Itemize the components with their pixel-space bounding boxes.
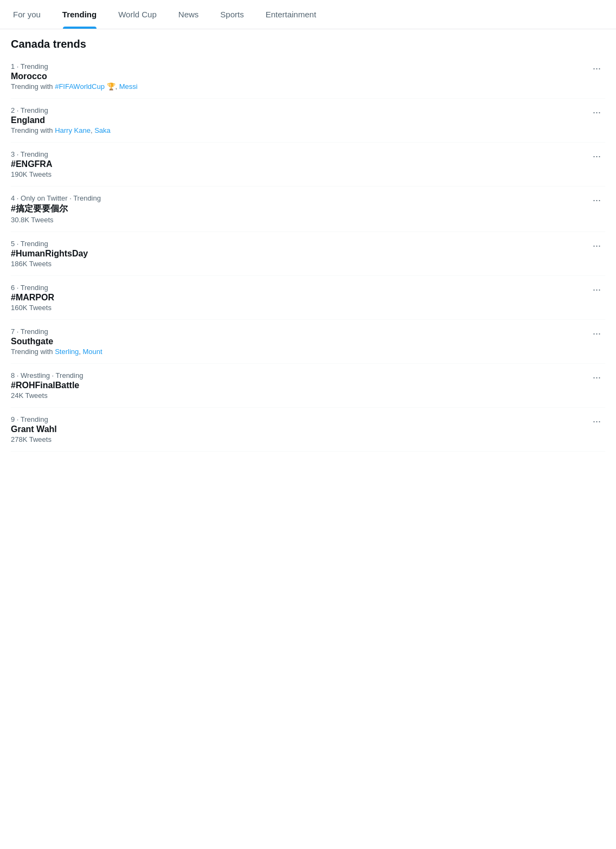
trend-meta: 5 · Trending (11, 240, 588, 248)
trend-link[interactable]: Harry Kane (55, 126, 91, 134)
trend-content-2: 2 · TrendingEnglandTrending with Harry K… (11, 106, 588, 134)
tab-sports[interactable]: Sports (209, 0, 254, 29)
more-options-button[interactable]: ··· (588, 105, 605, 119)
more-options-button[interactable]: ··· (588, 414, 605, 428)
trend-item[interactable]: 6 · Trending#MARPOR160K Tweets··· (11, 276, 605, 320)
main-content: Canada trends 1 · TrendingMoroccoTrendin… (0, 29, 616, 460)
tab-trending[interactable]: Trending (52, 0, 107, 29)
trend-title: #HumanRightsDay (11, 249, 588, 259)
trend-subtitle: Trending with #FIFAWorldCup 🏆, Messi (11, 82, 588, 91)
trend-title: Southgate (11, 337, 588, 346)
trend-title: #ENGFRA (11, 159, 588, 169)
more-options-button[interactable]: ··· (588, 149, 605, 163)
trend-content-6: 6 · Trending#MARPOR160K Tweets (11, 284, 588, 312)
more-options-button[interactable]: ··· (588, 193, 605, 207)
page-title: Canada trends (11, 38, 605, 50)
trend-title: England (11, 115, 588, 125)
trend-title: #搞定要要個尔 (11, 203, 588, 215)
trend-link[interactable]: #FIFAWorldCup (55, 82, 105, 91)
trend-item[interactable]: 3 · Trending#ENGFRA190K Tweets··· (11, 143, 605, 186)
trend-tweet-count: 160K Tweets (11, 304, 588, 312)
trend-title: Grant Wahl (11, 424, 588, 434)
trend-tweet-count: 24K Tweets (11, 391, 588, 400)
trend-tweet-count: 186K Tweets (11, 260, 588, 268)
trends-list: 1 · TrendingMoroccoTrending with #FIFAWo… (11, 55, 605, 452)
more-options-button[interactable]: ··· (588, 61, 605, 75)
trend-item[interactable]: 8 · Wrestling · Trending#ROHFinalBattle2… (11, 364, 605, 408)
trend-link[interactable]: Saka (94, 126, 111, 134)
trend-tweet-count: 30.8K Tweets (11, 216, 588, 224)
more-options-button[interactable]: ··· (588, 326, 605, 340)
trend-link[interactable]: Messi (119, 82, 138, 91)
trend-subtitle: Trending with Sterling, Mount (11, 348, 588, 356)
trend-item[interactable]: 4 · Only on Twitter · Trending#搞定要要個尔30.… (11, 186, 605, 232)
trend-content-5: 5 · Trending#HumanRightsDay186K Tweets (11, 240, 588, 268)
more-options-button[interactable]: ··· (588, 282, 605, 297)
trend-content-9: 9 · TrendingGrant Wahl278K Tweets (11, 415, 588, 443)
more-options-button[interactable]: ··· (588, 370, 605, 384)
trend-content-4: 4 · Only on Twitter · Trending#搞定要要個尔30.… (11, 194, 588, 224)
trend-link[interactable]: Sterling (55, 348, 79, 356)
trend-tweet-count: 190K Tweets (11, 170, 588, 178)
trend-meta: 1 · Trending (11, 62, 588, 70)
trend-meta: 4 · Only on Twitter · Trending (11, 194, 588, 202)
trend-content-8: 8 · Wrestling · Trending#ROHFinalBattle2… (11, 371, 588, 400)
tab-entertainment[interactable]: Entertainment (255, 0, 327, 29)
trend-link[interactable]: Mount (82, 348, 102, 356)
more-options-button[interactable]: ··· (588, 239, 605, 253)
trend-tweet-count: 278K Tweets (11, 435, 588, 443)
trend-content-1: 1 · TrendingMoroccoTrending with #FIFAWo… (11, 62, 588, 91)
trend-content-7: 7 · TrendingSouthgateTrending with Sterl… (11, 327, 588, 356)
trend-meta: 2 · Trending (11, 106, 588, 114)
trend-item[interactable]: 5 · Trending#HumanRightsDay186K Tweets··… (11, 232, 605, 276)
trend-meta: 6 · Trending (11, 284, 588, 292)
trend-title: Morocco (11, 72, 588, 81)
trend-content-3: 3 · Trending#ENGFRA190K Tweets (11, 150, 588, 178)
trend-meta: 9 · Trending (11, 415, 588, 423)
trend-item[interactable]: 7 · TrendingSouthgateTrending with Sterl… (11, 320, 605, 364)
nav-tabs: For youTrendingWorld CupNewsSportsEntert… (0, 0, 616, 29)
trend-subtitle: Trending with Harry Kane, Saka (11, 126, 588, 134)
trend-meta: 7 · Trending (11, 327, 588, 336)
trend-meta: 8 · Wrestling · Trending (11, 371, 588, 380)
trend-item[interactable]: 9 · TrendingGrant Wahl278K Tweets··· (11, 408, 605, 452)
trend-meta: 3 · Trending (11, 150, 588, 158)
trend-item[interactable]: 2 · TrendingEnglandTrending with Harry K… (11, 99, 605, 143)
trend-title: #MARPOR (11, 293, 588, 303)
trend-title: #ROHFinalBattle (11, 381, 588, 390)
tab-news[interactable]: News (168, 0, 210, 29)
tab-for-you[interactable]: For you (2, 0, 52, 29)
tab-world-cup[interactable]: World Cup (107, 0, 168, 29)
trend-item[interactable]: 1 · TrendingMoroccoTrending with #FIFAWo… (11, 55, 605, 99)
